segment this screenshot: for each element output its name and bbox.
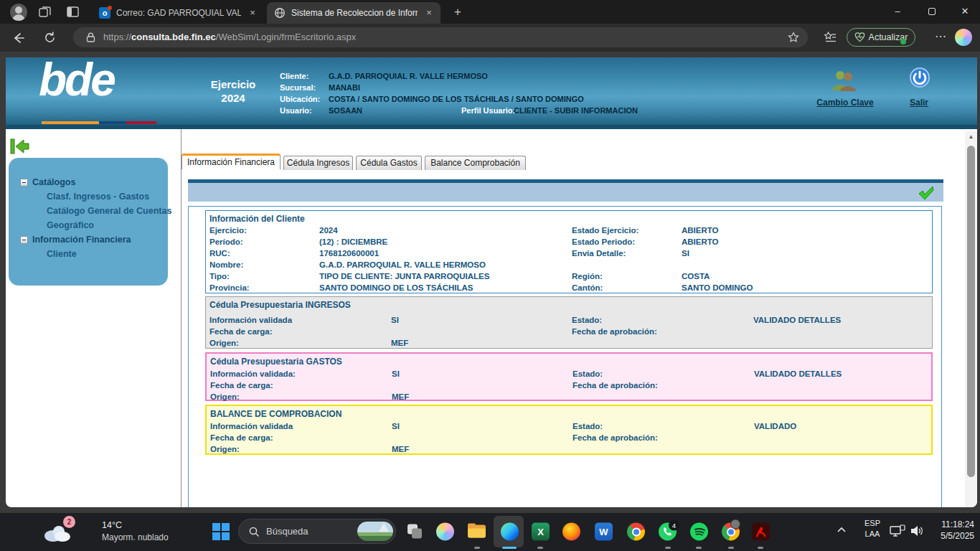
sidebar-item-clasf-ingresos-gastos[interactable]: Clasf. Ingresos - Gastos — [47, 192, 149, 202]
back-button[interactable] — [11, 31, 26, 45]
spotify-icon[interactable] — [690, 523, 708, 541]
address-bar[interactable]: https://consulta.bde.fin.ec/WebSim/Login… — [73, 27, 808, 47]
clock[interactable]: 11:18:24 5/5/2025 — [925, 519, 974, 542]
search-icon — [249, 527, 260, 537]
tree-collapse-icon[interactable] — [20, 179, 28, 187]
sidebar-item-catalogos[interactable]: Catálogos — [32, 177, 75, 187]
search-highlight-image[interactable] — [357, 522, 393, 541]
actualizar-button[interactable]: Actualizar — [847, 28, 915, 47]
field-value: ABIERTO — [682, 237, 719, 246]
validated-check-icon — [918, 185, 935, 201]
field-label: Origen: — [210, 445, 240, 453]
field-value: VALIDADO DETALLES — [753, 316, 841, 324]
chrome-profile-icon[interactable] — [722, 523, 740, 541]
field-value: 1768120600001 — [319, 249, 379, 258]
field-label: Período: — [209, 237, 243, 246]
field-label: Tipo: — [209, 272, 230, 281]
field-value: SANTO DOMINGO — [682, 283, 753, 292]
excel-icon[interactable]: X — [532, 523, 550, 541]
browser-tab-active[interactable]: Sistema de Recoleccion de Inform × — [267, 2, 440, 24]
favorites-list-icon[interactable] — [824, 31, 837, 44]
url-text: https://consulta.bde.fin.ec/WebSim/Login… — [103, 32, 356, 42]
acrobat-icon[interactable] — [752, 523, 770, 541]
tab-informacion-financiera[interactable]: Información Financiera — [182, 154, 281, 169]
copilot-taskbar-icon[interactable] — [436, 523, 454, 541]
perfil-label: Perfil Usuario: — [461, 106, 515, 115]
window-close-button[interactable]: ✕ — [954, 3, 976, 20]
field-value: MEF — [392, 392, 409, 401]
sidebar-item-cliente[interactable]: Cliente — [47, 249, 77, 259]
tray-chevron-icon[interactable] — [837, 526, 847, 533]
sidebar-item-informacion-financiera[interactable]: Información Financiera — [32, 235, 131, 245]
weather-alert-badge: 2 — [63, 516, 75, 528]
tab-close-icon[interactable]: × — [423, 7, 435, 19]
favorite-star-icon[interactable] — [788, 32, 799, 43]
tab-actions-icon[interactable] — [66, 5, 80, 19]
page-scrollbar[interactable]: ▲ — [965, 131, 977, 507]
field-value: SI — [392, 369, 400, 378]
browser-profile-avatar[interactable] — [10, 4, 27, 21]
tab-balance-comprobacion[interactable]: Balance Comprobación — [425, 156, 526, 170]
browser-tab-mail[interactable]: o Correo: GAD PARROQUIAL VALLE × — [92, 2, 264, 24]
file-explorer-icon[interactable] — [468, 523, 486, 541]
section-title: Cédula Presupuestaria GASTOS — [210, 357, 342, 367]
field-value: G.A.D. PARROQUIAL R. VALLE HERMOSO — [319, 260, 486, 269]
whatsapp-icon[interactable]: 4 — [659, 523, 677, 541]
running-indicator — [474, 547, 480, 549]
tree-collapse-icon[interactable] — [20, 236, 28, 244]
window-restore-button[interactable] — [921, 3, 943, 20]
window-minimize-button[interactable]: – — [887, 3, 908, 20]
lock-icon[interactable] — [86, 32, 95, 42]
weather-condition[interactable]: Mayorm. nublado — [102, 532, 169, 542]
cambio-clave-link[interactable]: Cambio Clave — [808, 98, 882, 108]
tab-close-icon[interactable]: × — [247, 7, 258, 19]
cliente-label: Cliente: — [280, 72, 308, 80]
word-icon[interactable]: W — [595, 523, 613, 541]
whatsapp-badge: 4 — [669, 520, 679, 531]
start-button[interactable] — [212, 523, 230, 540]
taskbar-search[interactable]: Búsqueda — [238, 519, 396, 544]
copilot-icon[interactable] — [955, 29, 972, 46]
running-indicator — [537, 547, 543, 549]
field-value: MEF — [392, 445, 409, 453]
field-value: COSTA — [682, 272, 710, 281]
tab-cedula-ingresos[interactable]: Cédula Ingresos — [283, 156, 353, 170]
browser-menu-button[interactable]: ⋯ — [935, 29, 947, 43]
scrollbar-thumb[interactable] — [967, 146, 975, 477]
language-indicator[interactable]: ESPLAA — [858, 518, 887, 540]
weather-temperature[interactable]: 14°C — [102, 520, 122, 530]
profile-badge — [730, 519, 740, 529]
sidebar-item-geografico[interactable]: Geográfico — [47, 220, 94, 230]
workspaces-icon[interactable] — [38, 5, 52, 19]
network-icon[interactable] — [890, 524, 905, 537]
tray-date-value: 5/5/2025 — [925, 530, 974, 542]
tray-time-value: 11:18:24 — [925, 519, 974, 530]
firefox-icon[interactable] — [562, 523, 580, 541]
field-label: Estado Periodo: — [572, 237, 635, 246]
tab-cedula-gastos[interactable]: Cédula Gastos — [356, 156, 422, 170]
field-value: TIPO DE CLIENTE: JUNTA PARROQUIALES — [319, 272, 489, 281]
new-tab-button[interactable]: + — [451, 5, 465, 19]
screen: o Correo: GAD PARROQUIAL VALLE × Sistema… — [0, 0, 980, 551]
field-value: SANTO DOMINGO DE LOS TSÁCHILAS — [319, 283, 473, 292]
salir-link[interactable]: Salir — [897, 98, 941, 108]
edge-icon[interactable] — [501, 523, 519, 541]
users-icon[interactable] — [829, 69, 858, 92]
running-indicator — [665, 547, 671, 549]
client-info-box: Información del Cliente Ejercicio:2024Es… — [205, 210, 933, 293]
running-indicator — [696, 547, 702, 549]
scroll-up-arrow[interactable]: ▲ — [965, 131, 977, 143]
cliente-value: G.A.D. PARROQUIAL R. VALLE HERMOSO — [329, 72, 488, 80]
status-band — [188, 179, 943, 202]
collapse-menu-icon[interactable] — [10, 138, 30, 155]
power-icon[interactable] — [908, 66, 931, 89]
browser-viewport: bde Ejercicio2024 Cliente: G.A.D. PARROQ… — [0, 52, 980, 513]
logo-stripes — [42, 121, 156, 124]
chrome-icon[interactable] — [627, 523, 645, 541]
webpage: bde Ejercicio2024 Cliente: G.A.D. PARROQ… — [6, 57, 977, 507]
speaker-icon[interactable] — [910, 524, 924, 537]
field-label: RUC: — [209, 249, 230, 258]
sidebar-item-catalogo-general[interactable]: Catálogo General de Cuentas — [47, 206, 171, 216]
refresh-button[interactable] — [43, 31, 57, 44]
task-view-icon[interactable] — [406, 523, 424, 541]
